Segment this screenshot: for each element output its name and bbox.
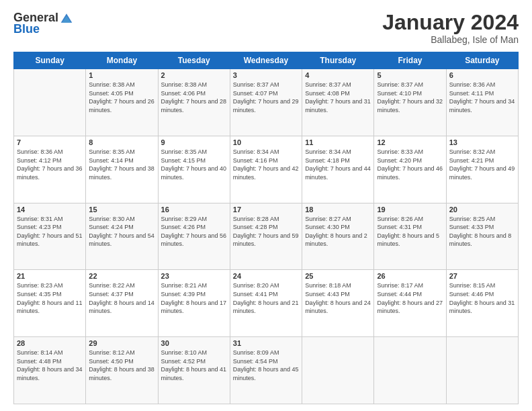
day-number: 21 (17, 272, 83, 280)
logo-icon (60, 11, 73, 25)
calendar-cell: 1Sunrise: 8:38 AMSunset: 4:05 PMDaylight… (86, 69, 158, 136)
page: General Blue January 2024 Ballabeg, Isle… (0, 0, 532, 411)
calendar-cell: 15Sunrise: 8:30 AMSunset: 4:24 PMDayligh… (86, 203, 158, 270)
logo: General Blue (13, 11, 73, 36)
day-info: Sunrise: 8:31 AMSunset: 4:23 PMDaylight:… (17, 215, 83, 248)
calendar-cell: 17Sunrise: 8:28 AMSunset: 4:28 PMDayligh… (230, 203, 302, 270)
day-number: 26 (377, 272, 443, 280)
day-number: 16 (161, 205, 227, 214)
day-info: Sunrise: 8:18 AMSunset: 4:43 PMDaylight:… (305, 281, 371, 315)
day-info: Sunrise: 8:28 AMSunset: 4:28 PMDaylight:… (233, 215, 299, 248)
day-header-tuesday: Tuesday (158, 52, 230, 69)
day-info: Sunrise: 8:36 AMSunset: 4:12 PMDaylight:… (17, 148, 83, 181)
day-info: Sunrise: 8:33 AMSunset: 4:20 PMDaylight:… (377, 148, 443, 181)
calendar-cell: 10Sunrise: 8:34 AMSunset: 4:16 PMDayligh… (230, 136, 302, 203)
calendar-cell: 23Sunrise: 8:21 AMSunset: 4:39 PMDayligh… (158, 270, 230, 337)
day-number: 28 (17, 339, 83, 347)
day-info: Sunrise: 8:17 AMSunset: 4:44 PMDaylight:… (377, 281, 443, 315)
calendar-cell (446, 337, 518, 404)
calendar-cell: 27Sunrise: 8:15 AMSunset: 4:46 PMDayligh… (446, 270, 518, 337)
day-info: Sunrise: 8:14 AMSunset: 4:48 PMDaylight:… (17, 349, 83, 382)
month-title: January 2024 (382, 11, 519, 34)
calendar-cell: 14Sunrise: 8:31 AMSunset: 4:23 PMDayligh… (14, 203, 86, 270)
day-info: Sunrise: 8:37 AMSunset: 4:07 PMDaylight:… (233, 81, 299, 114)
calendar-week-row: 7Sunrise: 8:36 AMSunset: 4:12 PMDaylight… (14, 136, 519, 203)
day-info: Sunrise: 8:10 AMSunset: 4:52 PMDaylight:… (161, 349, 227, 382)
day-number: 4 (305, 71, 371, 79)
day-number: 2 (161, 71, 227, 79)
calendar-cell: 29Sunrise: 8:12 AMSunset: 4:50 PMDayligh… (86, 337, 158, 404)
day-info: Sunrise: 8:26 AMSunset: 4:31 PMDaylight:… (377, 215, 443, 248)
day-number: 12 (377, 138, 443, 146)
calendar-cell: 3Sunrise: 8:37 AMSunset: 4:07 PMDaylight… (230, 69, 302, 136)
day-number: 27 (449, 272, 515, 280)
calendar-cell: 26Sunrise: 8:17 AMSunset: 4:44 PMDayligh… (374, 270, 446, 337)
calendar-cell: 19Sunrise: 8:26 AMSunset: 4:31 PMDayligh… (374, 203, 446, 270)
day-number: 19 (377, 205, 443, 214)
calendar-cell: 4Sunrise: 8:37 AMSunset: 4:08 PMDaylight… (302, 69, 374, 136)
day-info: Sunrise: 8:37 AMSunset: 4:08 PMDaylight:… (305, 81, 371, 114)
calendar-cell: 16Sunrise: 8:29 AMSunset: 4:26 PMDayligh… (158, 203, 230, 270)
day-number: 5 (377, 71, 443, 79)
calendar-cell: 5Sunrise: 8:37 AMSunset: 4:10 PMDaylight… (374, 69, 446, 136)
day-header-monday: Monday (86, 52, 158, 69)
day-number: 14 (17, 205, 83, 214)
day-header-saturday: Saturday (446, 52, 518, 69)
calendar-cell (14, 69, 86, 136)
day-info: Sunrise: 8:29 AMSunset: 4:26 PMDaylight:… (161, 215, 227, 248)
title-area: January 2024 Ballabeg, Isle of Man (382, 11, 519, 45)
day-number: 29 (89, 339, 154, 347)
calendar-week-row: 21Sunrise: 8:23 AMSunset: 4:35 PMDayligh… (14, 270, 519, 337)
day-info: Sunrise: 8:36 AMSunset: 4:11 PMDaylight:… (449, 81, 515, 114)
day-number: 17 (233, 205, 299, 214)
day-info: Sunrise: 8:20 AMSunset: 4:41 PMDaylight:… (233, 281, 299, 315)
day-number: 15 (89, 205, 154, 214)
calendar-cell: 30Sunrise: 8:10 AMSunset: 4:52 PMDayligh… (158, 337, 230, 404)
day-info: Sunrise: 8:23 AMSunset: 4:35 PMDaylight:… (17, 281, 83, 315)
calendar-cell: 20Sunrise: 8:25 AMSunset: 4:33 PMDayligh… (446, 203, 518, 270)
day-info: Sunrise: 8:35 AMSunset: 4:14 PMDaylight:… (89, 148, 154, 181)
calendar-cell: 6Sunrise: 8:36 AMSunset: 4:11 PMDaylight… (446, 69, 518, 136)
day-number: 30 (161, 339, 227, 347)
calendar-cell: 24Sunrise: 8:20 AMSunset: 4:41 PMDayligh… (230, 270, 302, 337)
day-number: 25 (305, 272, 371, 280)
calendar-cell: 22Sunrise: 8:22 AMSunset: 4:37 PMDayligh… (86, 270, 158, 337)
day-info: Sunrise: 8:21 AMSunset: 4:39 PMDaylight:… (161, 281, 227, 315)
day-info: Sunrise: 8:09 AMSunset: 4:54 PMDaylight:… (233, 349, 299, 382)
day-info: Sunrise: 8:32 AMSunset: 4:21 PMDaylight:… (449, 148, 515, 181)
calendar-cell: 13Sunrise: 8:32 AMSunset: 4:21 PMDayligh… (446, 136, 518, 203)
day-header-friday: Friday (374, 52, 446, 69)
calendar-cell: 31Sunrise: 8:09 AMSunset: 4:54 PMDayligh… (230, 337, 302, 404)
day-number: 24 (233, 272, 299, 280)
day-header-thursday: Thursday (302, 52, 374, 69)
day-number: 7 (17, 138, 83, 146)
day-number: 3 (233, 71, 299, 79)
calendar-cell: 8Sunrise: 8:35 AMSunset: 4:14 PMDaylight… (86, 136, 158, 203)
calendar-cell: 9Sunrise: 8:35 AMSunset: 4:15 PMDaylight… (158, 136, 230, 203)
day-number: 18 (305, 205, 371, 214)
day-number: 8 (89, 138, 154, 146)
location: Ballabeg, Isle of Man (382, 34, 519, 45)
day-number: 10 (233, 138, 299, 146)
calendar-cell: 2Sunrise: 8:38 AMSunset: 4:06 PMDaylight… (158, 69, 230, 136)
day-header-sunday: Sunday (14, 52, 86, 69)
calendar-cell: 28Sunrise: 8:14 AMSunset: 4:48 PMDayligh… (14, 337, 86, 404)
calendar-cell: 21Sunrise: 8:23 AMSunset: 4:35 PMDayligh… (14, 270, 86, 337)
day-info: Sunrise: 8:15 AMSunset: 4:46 PMDaylight:… (449, 281, 515, 315)
day-number: 11 (305, 138, 371, 146)
day-number: 1 (89, 71, 154, 79)
day-info: Sunrise: 8:38 AMSunset: 4:06 PMDaylight:… (161, 81, 227, 114)
day-info: Sunrise: 8:38 AMSunset: 4:05 PMDaylight:… (89, 81, 154, 114)
calendar-cell: 11Sunrise: 8:34 AMSunset: 4:18 PMDayligh… (302, 136, 374, 203)
day-info: Sunrise: 8:27 AMSunset: 4:30 PMDaylight:… (305, 215, 371, 248)
calendar-cell: 7Sunrise: 8:36 AMSunset: 4:12 PMDaylight… (14, 136, 86, 203)
day-number: 31 (233, 339, 299, 347)
day-number: 9 (161, 138, 227, 146)
calendar-week-row: 14Sunrise: 8:31 AMSunset: 4:23 PMDayligh… (14, 203, 519, 270)
day-number: 22 (89, 272, 154, 280)
day-header-row: SundayMondayTuesdayWednesdayThursdayFrid… (14, 52, 519, 69)
day-number: 13 (449, 138, 515, 146)
day-number: 23 (161, 272, 227, 280)
calendar-cell (374, 337, 446, 404)
day-info: Sunrise: 8:25 AMSunset: 4:33 PMDaylight:… (449, 215, 515, 248)
